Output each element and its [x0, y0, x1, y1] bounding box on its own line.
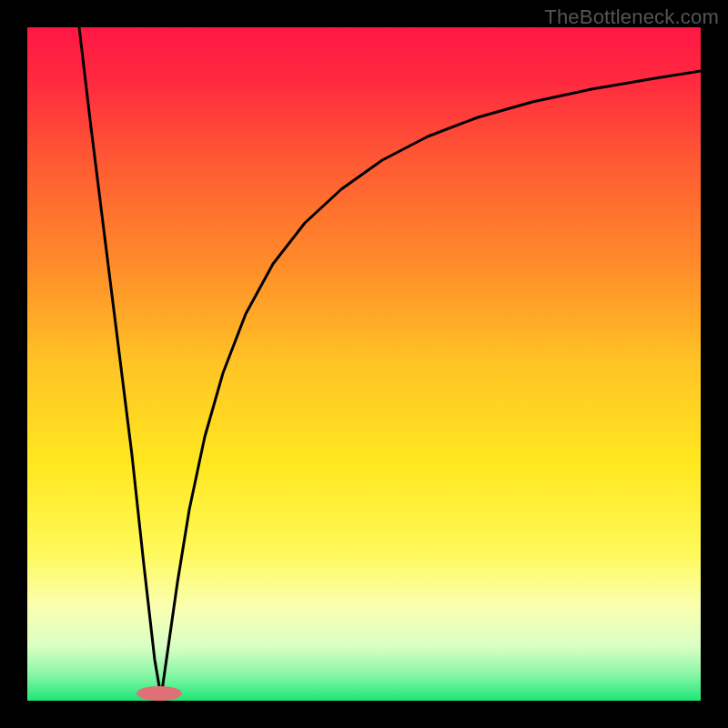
- bottleneck-chart: [27, 27, 701, 701]
- watermark-label: TheBottleneck.com: [544, 5, 719, 29]
- plot-background: [27, 27, 701, 701]
- chart-frame: TheBottleneck.com: [0, 0, 728, 728]
- bottleneck-marker: [136, 686, 182, 701]
